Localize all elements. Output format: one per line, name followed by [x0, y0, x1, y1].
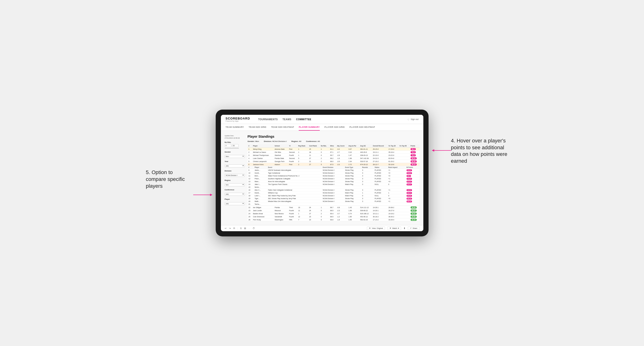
event-cell-wpoints[interactable]: 25.98 — [406, 194, 420, 197]
cell-points[interactable]: 68.34 — [410, 157, 420, 160]
cell-vs25: 35-16-4 — [388, 151, 399, 154]
event-cell-rounds — [361, 186, 374, 189]
content-area: Player Standings Gender: Men Division: N… — [248, 135, 420, 221]
event-cell-wpoints[interactable]: 46.7 — [406, 174, 420, 177]
event-cell-type: Stroke Play — [344, 189, 361, 191]
cell-num: 4 — [248, 157, 252, 160]
table-row-jackson-koivu[interactable]: 6 Jackson Koivu Auburn First 2 27 5 87.5… — [248, 163, 420, 166]
nav-committee[interactable]: COMMITTEE — [296, 117, 312, 122]
division-select[interactable]: NCAA Division I — [225, 174, 245, 177]
event-cell-wpoints[interactable]: 55.64 — [406, 169, 420, 172]
event-cell-rank — [388, 186, 406, 189]
cell-points[interactable]: 38.49 — [410, 218, 420, 221]
paste-icon[interactable]: ⊞ — [244, 227, 246, 230]
table-row: 22 Ian Gilligan Florida Third 10 24 1 68… — [248, 206, 420, 209]
event-cell-player: Bren... — [254, 174, 267, 177]
cell-school: Georgia Tech — [274, 160, 288, 163]
download-icon[interactable]: ⬇ — [404, 227, 405, 230]
cell-points[interactable]: 40.02 — [410, 212, 420, 215]
cell-points[interactable]: 70.2 — [410, 154, 420, 157]
cell-points[interactable]: 48.58 — [410, 206, 420, 209]
tablet-frame: SCOREBOARD Powered by clippi TOURNAMENTS… — [216, 110, 428, 236]
region-select[interactable]: N/A — [225, 183, 245, 186]
redo-icon[interactable]: ↪ — [229, 227, 231, 230]
cell-points[interactable]: 76.2 — [410, 151, 420, 154]
event-table-row: 16 Alex C... Fallen Oak Collegiate Invit… — [248, 189, 420, 191]
sign-out-link[interactable]: Sign out — [410, 118, 418, 120]
sub-nav-team-h2h-grid[interactable]: TEAM H2H GRID — [248, 124, 266, 131]
cell-points-highlighted[interactable]: 58.18 — [410, 163, 420, 166]
clock-icon[interactable]: ⏱ — [252, 227, 255, 230]
copy-icon[interactable]: ⎘ — [240, 227, 242, 230]
event-cell-rank: +0 — [388, 172, 406, 174]
cell-rds: 2 — [320, 160, 329, 163]
event-cell-event: Mirabel Maui Jim Intercollegiate — [267, 200, 322, 203]
watch-button[interactable]: 👁 Watch ▾ — [388, 226, 401, 230]
nav-teams[interactable]: TEAMS — [282, 117, 292, 122]
event-cell-wpoints[interactable]: 30.47 — [406, 191, 420, 194]
event-cell-div: NCAA Division I — [322, 191, 344, 194]
event-table-row: 17 David... Williams Cup NCAA Division I… — [248, 191, 420, 194]
event-cell-player: Tiger... — [254, 197, 267, 200]
cell-conf-rank: 18 — [308, 151, 320, 154]
col-sg: Avg SG — [359, 144, 372, 148]
cell-num: 22 — [248, 206, 252, 209]
cell-vs25: 50-16-8 — [388, 163, 399, 166]
cell-to-par: 1.68 — [348, 209, 359, 212]
cell-sg: 674-33-12 — [359, 163, 372, 166]
cell-rds: 1 — [320, 148, 329, 151]
table-row: 1 Wenyi Ding Arizona State First 1 15 1 … — [248, 148, 420, 151]
player-select[interactable]: (All) — [225, 202, 245, 205]
event-cell-event — [267, 186, 322, 189]
event-cell-wpoints[interactable]: 67.57 — [406, 180, 420, 183]
cell-vs25: 38-30-2 — [388, 215, 399, 218]
top-nav: SCOREBOARD Powered by clippi TOURNAMENTS… — [221, 115, 423, 124]
gender-select[interactable]: Men — [225, 155, 245, 158]
cell-points[interactable]: 60.49 — [410, 160, 420, 163]
cell-to-par: 0.74 — [348, 212, 359, 215]
sub-nav-player-h2h-heatmap[interactable]: PLAYER H2H HEATMAP — [350, 124, 375, 131]
cell-vs25: 33-26-4 — [388, 218, 399, 221]
cell-points[interactable]: 39.95 — [410, 215, 420, 218]
cell-adj-score: -3.2 — [336, 148, 348, 151]
nav-tournaments[interactable]: TOURNAMENTS — [258, 117, 278, 122]
cell-points[interactable]: 40.27 — [410, 209, 420, 212]
toolbar-sep1: | — [238, 227, 238, 229]
event-cell-rank: +0 — [388, 174, 406, 177]
year-select[interactable]: (All) — [225, 164, 245, 168]
cell-points[interactable]: 98.2 — [410, 148, 420, 151]
gender-filter-display: Gender: Men — [248, 140, 259, 142]
no-rds-min-input[interactable] — [225, 144, 231, 147]
year-filter: Year (All) — [225, 160, 245, 168]
cell-vs25: 29-38-2 — [388, 206, 399, 209]
event-cell-status: PLAYED — [374, 191, 388, 194]
undo-icon[interactable]: ↩ — [225, 227, 226, 230]
cell-reg-rank: 7 — [297, 218, 308, 221]
cell-sg: 616-168-12 — [359, 212, 372, 215]
cell-sg: 208-09-13 — [359, 154, 372, 157]
event-cell-wpoints[interactable]: 53.60 — [406, 172, 420, 174]
event-cell-wpoints[interactable]: 56.18 — [406, 197, 420, 200]
event-cell-event — [267, 203, 322, 206]
sub-nav-player-summary[interactable]: PLAYER SUMMARY — [299, 124, 320, 131]
sub-nav-team-h2h-heatmap[interactable]: TEAM H2H HEATMAP — [271, 124, 294, 131]
cell-num: 23 — [248, 209, 252, 212]
cell-yr: Fourth — [288, 215, 297, 218]
nav-items: TOURNAMENTS TEAMS COMMITTEE — [258, 117, 402, 122]
sub-nav-player-h2h-grid[interactable]: PLAYER H2H GRID — [324, 124, 345, 131]
event-cell-status: PLAYED — [374, 169, 388, 172]
event-cell-wpoints[interactable]: 66.40 — [406, 200, 420, 203]
event-cell-status — [374, 203, 388, 206]
share-button[interactable]: ↗ Share — [408, 226, 419, 230]
view-original-button[interactable]: 👁 View: Original — [367, 226, 385, 230]
refresh-icon[interactable]: ⟳ — [233, 227, 235, 230]
no-rds-slider[interactable] — [225, 148, 239, 149]
event-cell-wpoints[interactable]: 16.50 — [406, 189, 420, 191]
table-row: 26 Petr Hruby Washington Fifth 7 23 0 68… — [248, 218, 420, 221]
no-rds-max-input[interactable] — [232, 144, 239, 147]
sub-nav-team-summary[interactable]: TEAM SUMMARY — [226, 124, 244, 131]
conference-select[interactable]: (All) — [225, 193, 245, 196]
event-cell-wpoints[interactable]: 73.23 — [406, 177, 420, 180]
cell-adj-score: -2.0 — [336, 163, 348, 166]
event-cell-wpoints[interactable]: 24.11 — [406, 183, 420, 186]
